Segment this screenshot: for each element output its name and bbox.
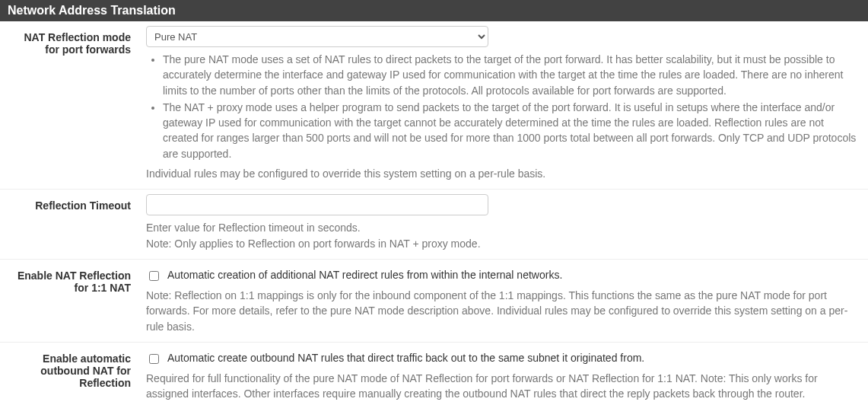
- field-reflection-timeout: Reflection Timeout Enter value for Refle…: [0, 190, 868, 260]
- label-enable-1to1: Enable NAT Reflection for 1:1 NAT: [0, 264, 138, 334]
- checkbox-label-1to1: Automatic creation of additional NAT red…: [167, 269, 562, 281]
- help-enable-1to1: Note: Reflection on 1:1 mappings is only…: [146, 288, 860, 334]
- help-reflection-timeout-1: Enter value for Reflection timeout in se…: [146, 220, 860, 235]
- field-nat-reflection-mode: NAT Reflection mode for port forwards Pu…: [0, 21, 868, 190]
- checkbox-row-1to1: Automatic creation of additional NAT red…: [146, 269, 860, 283]
- help-reflection-timeout-2: Note: Only applies to Reflection on port…: [146, 236, 860, 251]
- field-enable-1to1: Enable NAT Reflection for 1:1 NAT Automa…: [0, 260, 868, 343]
- panel-heading: Network Address Translation: [0, 0, 868, 21]
- help-note-reflection-mode: Individual rules may be configured to ov…: [146, 166, 860, 181]
- checkbox-row-auto-outbound: Automatic create outbound NAT rules that…: [146, 352, 860, 366]
- content-reflection-timeout: Enter value for Reflection timeout in se…: [138, 194, 868, 251]
- label-reflection-timeout: Reflection Timeout: [0, 194, 138, 251]
- help-bullet-nat-proxy: The NAT + proxy mode uses a helper progr…: [163, 100, 860, 161]
- select-nat-reflection-mode[interactable]: Pure NAT: [146, 26, 488, 47]
- checkbox-label-auto-outbound: Automatic create outbound NAT rules that…: [167, 352, 644, 364]
- help-bullet-pure-nat: The pure NAT mode uses a set of NAT rule…: [163, 52, 860, 98]
- label-nat-reflection-mode: NAT Reflection mode for port forwards: [0, 26, 138, 181]
- help-list-reflection-mode: The pure NAT mode uses a set of NAT rule…: [146, 52, 860, 161]
- input-reflection-timeout[interactable]: [146, 194, 488, 215]
- content-enable-auto-outbound: Automatic create outbound NAT rules that…: [138, 347, 868, 402]
- content-enable-1to1: Automatic creation of additional NAT red…: [138, 264, 868, 334]
- field-enable-auto-outbound: Enable automatic outbound NAT for Reflec…: [0, 343, 868, 405]
- content-nat-reflection-mode: Pure NAT The pure NAT mode uses a set of…: [138, 26, 868, 181]
- checkbox-enable-auto-outbound[interactable]: [149, 354, 159, 364]
- checkbox-enable-1to1[interactable]: [149, 271, 159, 281]
- label-enable-auto-outbound: Enable automatic outbound NAT for Reflec…: [0, 347, 138, 402]
- help-enable-auto-outbound: Required for full functionality of the p…: [146, 371, 860, 402]
